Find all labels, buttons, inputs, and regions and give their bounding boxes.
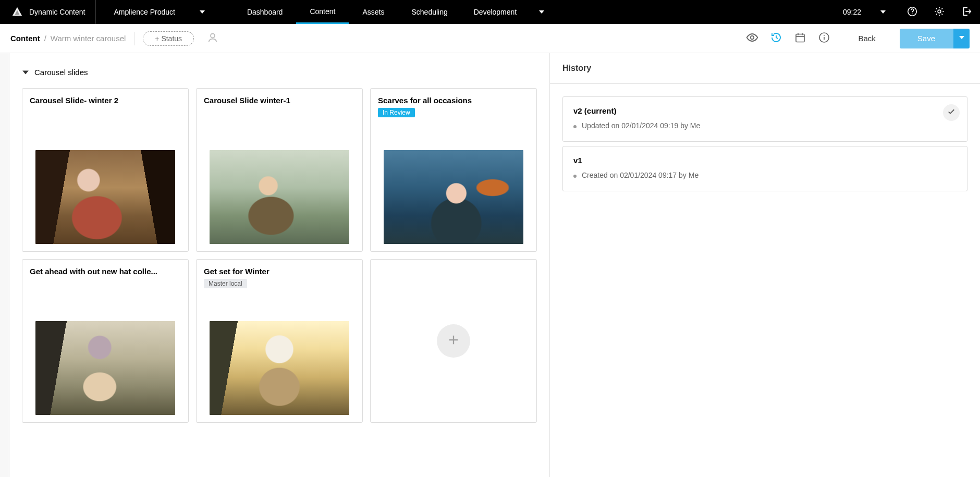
- caret-down-icon: [880, 9, 886, 15]
- time-value: 09:22: [843, 8, 861, 16]
- schedule-button[interactable]: [788, 31, 812, 46]
- caret-down-icon: [959, 34, 965, 42]
- environment-name: Development: [474, 8, 517, 16]
- svg-point-7: [824, 35, 825, 36]
- divider: [134, 32, 134, 45]
- slide-card[interactable]: Get set for Winter Master local: [196, 259, 363, 423]
- exit-icon: [961, 6, 972, 19]
- slide-thumbnail: [35, 150, 175, 244]
- slide-card[interactable]: Carousel Slide winter-1: [196, 88, 363, 252]
- nav-assets-label: Assets: [362, 8, 384, 16]
- gear-icon: [934, 6, 945, 19]
- svg-rect-5: [796, 34, 804, 42]
- nav-dashboard-label: Dashboard: [247, 8, 283, 16]
- add-slide-button[interactable]: [370, 259, 537, 423]
- section-title: Carousel slides: [34, 68, 88, 77]
- caret-down-icon: [199, 9, 205, 15]
- sub-bar: Content / Warm winter carousel + Status …: [0, 24, 980, 53]
- top-bar: Dynamic Content Amplience Product Dashbo…: [0, 0, 980, 24]
- section-header-carousel-slides[interactable]: Carousel slides: [22, 68, 537, 77]
- slide-thumbnail: [210, 150, 349, 244]
- slide-card-title: Carousel Slide- winter 2: [30, 96, 181, 105]
- help-button[interactable]: [899, 0, 926, 24]
- version-current-indicator: [943, 104, 960, 121]
- chevron-down-icon: [22, 69, 29, 76]
- slide-thumbnail: [384, 150, 523, 244]
- slide-card[interactable]: Scarves for all occasions In Review: [370, 88, 537, 252]
- check-icon: [947, 107, 956, 118]
- card-grid: Carousel Slide- winter 2 Carousel Slide …: [22, 88, 537, 423]
- version-card[interactable]: v2 (current) Updated on 02/01/2024 09:19…: [562, 96, 967, 142]
- main-nav: Dashboard Content Assets Scheduling: [223, 0, 461, 24]
- help-icon: [906, 6, 918, 19]
- history-button[interactable]: [764, 31, 788, 46]
- version-title: v1: [573, 156, 930, 165]
- assign-user-button[interactable]: [206, 31, 219, 46]
- caret-down-icon: [538, 9, 545, 15]
- nav-content-label: Content: [310, 7, 335, 16]
- nav-content[interactable]: Content: [296, 0, 349, 24]
- breadcrumb: Content / Warm winter carousel: [10, 34, 126, 43]
- save-button[interactable]: Save: [900, 29, 953, 48]
- add-status-button[interactable]: + Status: [143, 31, 194, 46]
- status-badge: In Review: [378, 108, 415, 117]
- back-button[interactable]: Back: [855, 33, 878, 43]
- svg-point-2: [938, 10, 941, 13]
- nav-dashboard[interactable]: Dashboard: [234, 0, 297, 24]
- breadcrumb-separator: /: [44, 34, 46, 43]
- version-meta: Updated on 02/01/2024 09:19 by Me: [573, 121, 930, 130]
- preview-button[interactable]: [740, 31, 764, 46]
- breadcrumb-root[interactable]: Content: [10, 34, 40, 43]
- svg-point-1: [912, 13, 913, 14]
- workspace: Carousel slides Carousel Slide- winter 2…: [0, 53, 980, 477]
- slide-thumbnail: [35, 321, 175, 415]
- hub-name: Amplience Product: [114, 8, 175, 16]
- history-panel: History v2 (current) Updated on 02/01/20…: [549, 53, 980, 477]
- svg-point-4: [751, 35, 754, 39]
- logo-icon: [11, 6, 23, 18]
- slide-card-title: Carousel Slide winter-1: [204, 96, 355, 105]
- history-list: v2 (current) Updated on 02/01/2024 09:19…: [550, 84, 980, 204]
- plus-icon: [446, 333, 461, 349]
- app-brand: Dynamic Content: [0, 0, 96, 24]
- nav-scheduling-label: Scheduling: [411, 8, 447, 16]
- editor-panel: Carousel slides Carousel Slide- winter 2…: [9, 53, 549, 477]
- info-button[interactable]: [812, 31, 836, 46]
- info-icon: [818, 31, 830, 46]
- breadcrumb-current: Warm winter carousel: [51, 34, 126, 43]
- slide-card-title: Scarves for all occasions: [378, 96, 529, 105]
- environment-selector[interactable]: Development: [461, 0, 558, 24]
- spacer: [557, 0, 830, 24]
- slide-card-title: Get ahead with out new hat colle...: [30, 267, 181, 276]
- save-dropdown-button[interactable]: [953, 29, 970, 48]
- nav-assets[interactable]: Assets: [349, 0, 398, 24]
- slide-card[interactable]: Get ahead with out new hat colle...: [22, 259, 189, 423]
- eye-icon: [745, 31, 759, 46]
- app-name: Dynamic Content: [29, 8, 85, 16]
- settings-button[interactable]: [926, 0, 953, 24]
- slide-thumbnail: [210, 321, 349, 415]
- version-card[interactable]: v1 Created on 02/01/2024 09:17 by Me: [562, 146, 967, 191]
- user-outline-icon: [206, 31, 219, 46]
- nav-scheduling[interactable]: Scheduling: [398, 0, 461, 24]
- version-meta: Created on 02/01/2024 09:17 by Me: [573, 171, 930, 179]
- add-circle: [437, 324, 470, 358]
- slide-card-title: Get set for Winter: [204, 267, 355, 276]
- left-gutter: [0, 53, 9, 477]
- version-title: v2 (current): [573, 106, 930, 115]
- status-badge: Master local: [204, 279, 247, 288]
- time-selector[interactable]: 09:22: [830, 0, 899, 24]
- slide-card[interactable]: Carousel Slide- winter 2: [22, 88, 189, 252]
- hub-selector[interactable]: Amplience Product: [96, 0, 223, 24]
- history-icon: [770, 31, 782, 46]
- svg-point-3: [211, 33, 215, 38]
- logout-button[interactable]: [953, 0, 980, 24]
- history-panel-title: History: [550, 53, 980, 84]
- calendar-icon: [794, 31, 806, 46]
